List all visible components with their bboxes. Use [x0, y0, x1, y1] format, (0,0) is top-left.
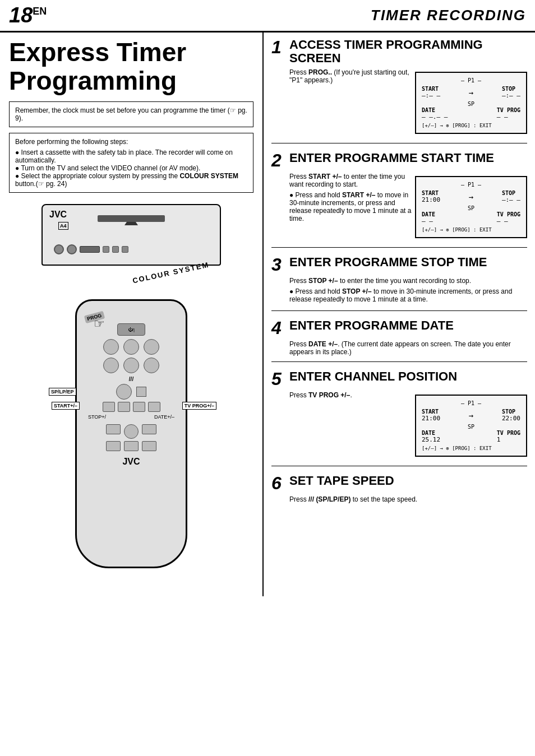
step-3-number: 3	[271, 256, 285, 273]
step-1-body: – P1 – START –:– – → STOP –:– – SP	[289, 68, 527, 137]
vcr-knob	[67, 244, 77, 254]
step-6-header: 6 SET TAPE SPEED	[271, 474, 527, 492]
hand-icon: ☞	[94, 317, 105, 331]
step-4-body: Press DATE +/–. (The current date appear…	[289, 340, 527, 356]
remote-date-label: DATE+/–	[154, 414, 174, 420]
vcr-knob	[54, 244, 64, 254]
play-btn[interactable]	[124, 441, 139, 451]
step-3-body: Press STOP +/– to enter the time you wan…	[289, 277, 527, 303]
steps-list: Insert a cassette with the safety tab in…	[15, 149, 247, 188]
step-6-title: SET TAPE SPEED	[289, 474, 394, 488]
remote-num-btn[interactable]	[103, 358, 119, 373]
stop-btn[interactable]	[124, 424, 139, 439]
section-title: TIMER RECORDING	[371, 7, 526, 24]
step-3-bullets: Press and hold STOP +/– to move in 30-mi…	[289, 287, 527, 303]
step-5-number: 5	[271, 370, 285, 388]
step-3-header: 3 ENTER PROGRAMME STOP TIME	[271, 256, 527, 273]
vcr-unit: JVC A4	[41, 204, 221, 266]
main-layout: Express Timer Programming Remember, the …	[0, 33, 535, 596]
remote-num-btn[interactable]	[123, 339, 139, 355]
remote-stop-label: STOP+/	[88, 414, 106, 420]
prev-btn[interactable]	[106, 441, 121, 451]
step-1-display: – P1 – START –:– – → STOP –:– – SP	[415, 72, 527, 134]
remote-num-btn[interactable]	[123, 358, 139, 373]
step-item: Insert a cassette with the safety tab in…	[15, 149, 247, 164]
step-6-body: Press /// (SP/LP/EP) to set the tape spe…	[289, 495, 527, 503]
vcr-display	[80, 246, 100, 253]
remote-num-btn[interactable]	[144, 339, 159, 355]
remote-jvc-label: JVC	[122, 457, 140, 467]
transport-row-1	[106, 424, 156, 439]
step-2-body: – P1 – START 21:00 → STOP –:– – SP	[289, 173, 527, 242]
step-2-number: 2	[271, 151, 285, 169]
step-1-section: 1 ACCESS TIMER PROGRAMMING SCREEN – P1 –…	[271, 38, 527, 143]
step-2-section: 2 ENTER PROGRAMME START TIME – P1 – STAR…	[271, 151, 527, 248]
step-5-section: 5 ENTER CHANNEL POSITION – P1 – START 21…	[271, 370, 527, 466]
remote-rect-btn[interactable]	[136, 387, 146, 397]
step-4-section: 4 ENTER PROGRAMME DATE Press DATE +/–. (…	[271, 319, 527, 362]
power-icon: ⏻/|	[128, 327, 135, 332]
step-5-title: ENTER CHANNEL POSITION	[289, 370, 457, 383]
remote-container: PROG ☞ ⏻/|	[75, 288, 187, 568]
step-2-display: – P1 – START 21:00 → STOP –:– – SP	[415, 176, 527, 238]
step-2-title: ENTER PROGRAMME START TIME	[289, 151, 494, 165]
remote-start-label: START+/–	[52, 402, 80, 410]
step-6-number: 6	[271, 474, 285, 492]
vcr-jvc-label: JVC A4	[49, 210, 67, 220]
vcr-slot	[98, 215, 165, 222]
bullet-item: Press and hold STOP +/– to move in 30-mi…	[289, 287, 527, 303]
remote-row-2	[103, 358, 159, 373]
step-3-title: ENTER PROGRAMME STOP TIME	[289, 256, 487, 269]
remote-plus-btn[interactable]	[103, 402, 115, 412]
remote-num-btn[interactable]	[103, 339, 119, 355]
remote-plus-btn[interactable]	[118, 402, 130, 412]
remote-control: PROG ☞ ⏻/|	[75, 299, 187, 568]
step-4-number: 4	[271, 319, 285, 337]
step-1-number: 1	[271, 38, 285, 56]
step-4-header: 4 ENTER PROGRAMME DATE	[271, 319, 527, 337]
remote-transport	[106, 424, 156, 451]
remote-tvprog-label: TV PROG+/–	[182, 402, 216, 410]
steps-box: Before performing the following steps: I…	[9, 133, 253, 193]
vcr-model: A4	[58, 222, 68, 230]
step-3-section: 3 ENTER PROGRAMME STOP TIME Press STOP +…	[271, 256, 527, 311]
step-2-header: 2 ENTER PROGRAMME START TIME	[271, 151, 527, 169]
page-number: 18EN	[9, 3, 47, 27]
remote-sp-row: SP/LP/EP	[82, 384, 180, 400]
page-header: 18EN TIMER RECORDING	[0, 0, 535, 33]
remote-labels-row: STOP+/ DATE+/–	[82, 414, 180, 420]
step-item: Select the appropriate colour system by …	[15, 172, 247, 188]
left-column: Express Timer Programming Remember, the …	[0, 33, 264, 596]
step-4-title: ENTER PROGRAMME DATE	[289, 319, 454, 332]
display-start-stop-row: START –:– – → STOP –:– –	[422, 86, 520, 99]
fastforward-btn[interactable]	[142, 424, 156, 434]
step-item: Turn on the TV and select the VIDEO chan…	[15, 164, 247, 172]
remote-plus-row: START+/– TV PROG+/–	[82, 402, 180, 412]
step-5-header: 5 ENTER CHANNEL POSITION	[271, 370, 527, 388]
vcr-btn	[103, 246, 109, 253]
remote-sp-label: SP/LP/EP	[49, 388, 76, 396]
page-title: Express Timer Programming	[9, 38, 253, 95]
remote-plus-btn[interactable]	[133, 402, 145, 412]
remote-num-btn[interactable]	[144, 358, 159, 373]
rewind-btn[interactable]	[106, 424, 121, 434]
remote-sp-btn[interactable]	[116, 384, 132, 400]
remote-power-btn[interactable]: ⏻/|	[117, 323, 145, 336]
right-column: 1 ACCESS TIMER PROGRAMMING SCREEN – P1 –…	[264, 33, 535, 596]
vcr-btn	[122, 246, 128, 253]
transport-row-2	[106, 441, 156, 451]
step-1-title: ACCESS TIMER PROGRAMMING SCREEN	[289, 38, 527, 65]
info-box: Remember, the clock must be set before y…	[9, 101, 253, 127]
vcr-btn	[112, 246, 119, 253]
step-5-body: – P1 – START 21:00 → STOP 22:00 SP	[289, 391, 527, 460]
step-1-header: 1 ACCESS TIMER PROGRAMMING SCREEN	[271, 38, 527, 65]
step-5-display: – P1 – START 21:00 → STOP 22:00 SP	[415, 395, 527, 457]
remote-speed-indicator: ///	[129, 376, 133, 382]
colour-system-area: COLOUR SYSTEM	[41, 266, 221, 288]
next-btn[interactable]	[142, 441, 156, 451]
display-date-tvprog-row: DATE – –.– – TV PROG – –	[422, 107, 520, 120]
step-6-section: 6 SET TAPE SPEED Press /// (SP/LP/EP) to…	[271, 474, 527, 509]
remote-plus-btn[interactable]	[148, 402, 160, 412]
vcr-illustration: JVC A4 COLOUR SYSTEM	[9, 198, 253, 591]
remote-row-1	[103, 339, 159, 355]
